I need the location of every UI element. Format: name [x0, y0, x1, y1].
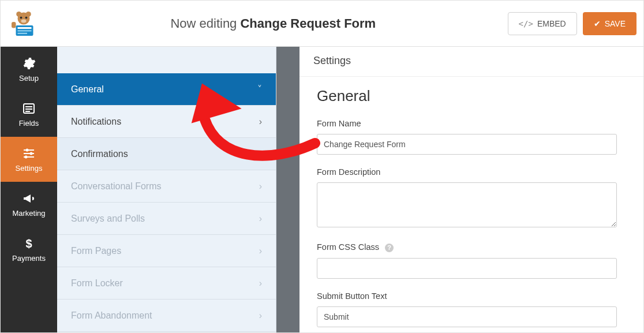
code-icon: </>	[519, 19, 533, 28]
chevron-right-icon: ›	[259, 181, 262, 192]
svg-text:$: $	[25, 237, 32, 250]
content-breadcrumb: Settings	[299, 47, 643, 77]
svg-point-16	[26, 148, 29, 151]
field-form-css-class: Form CSS Class ?	[317, 242, 626, 279]
app-logo	[9, 9, 39, 39]
form-name-input[interactable]	[317, 134, 617, 155]
nav-marketing[interactable]: Marketing	[1, 182, 57, 227]
chevron-right-icon: ›	[259, 149, 262, 159]
form-css-class-label: Form CSS Class ?	[317, 242, 626, 252]
submenu-surveys-polls[interactable]: Surveys and Polls ›	[57, 203, 276, 235]
submenu-label: Confirmations	[71, 149, 128, 159]
content-body: General Form Name Form Description Form …	[299, 77, 643, 333]
form-css-class-label-text: Form CSS Class	[317, 242, 379, 252]
list-icon	[22, 102, 36, 115]
app-header: Now editing Change Request Form </> EMBE…	[1, 1, 643, 47]
chevron-right-icon: ›	[259, 278, 262, 289]
submenu-label: Notifications	[71, 117, 121, 127]
nav-fields[interactable]: Fields	[1, 92, 57, 137]
dollar-icon: $	[22, 237, 36, 250]
bullhorn-icon	[22, 192, 36, 205]
submenu-form-pages[interactable]: Form Pages ›	[57, 235, 276, 267]
save-label: SAVE	[605, 19, 626, 28]
page-title: Now editing Change Request Form	[39, 16, 508, 31]
editing-prefix: Now editing	[170, 16, 237, 31]
svg-rect-8	[18, 30, 32, 31]
check-icon: ✔	[594, 19, 601, 28]
form-description-label: Form Description	[317, 167, 626, 177]
chevron-right-icon: ›	[259, 246, 262, 256]
submenu-label: Form Locker	[71, 278, 123, 289]
chevron-right-icon: ›	[259, 117, 262, 127]
submenu-notifications[interactable]: Notifications ›	[57, 106, 276, 138]
nav-setup[interactable]: Setup	[1, 47, 57, 92]
chevron-right-icon: ›	[259, 310, 262, 321]
svg-rect-10	[12, 22, 16, 28]
nav-label: Settings	[16, 164, 43, 173]
content-panel: Settings General Form Name Form Descript…	[299, 47, 643, 333]
field-submit-text: Submit Button Text	[317, 291, 626, 327]
gear-icon	[22, 57, 36, 70]
submenu-confirmations[interactable]: Confirmations ›	[57, 138, 276, 170]
submenu-general[interactable]: General ˅	[57, 73, 276, 106]
submenu-form-abandonment[interactable]: Form Abandonment ›	[57, 300, 276, 332]
submit-text-input[interactable]	[317, 306, 617, 327]
field-form-name: Form Name	[317, 119, 626, 155]
submenu-label: Form Abandonment	[71, 310, 152, 321]
submenu-label: Surveys and Polls	[71, 214, 145, 224]
leftnav: Setup Fields Settings Marketing $ Paymen…	[1, 47, 57, 333]
form-css-class-input[interactable]	[317, 258, 617, 279]
save-button[interactable]: ✔ SAVE	[583, 12, 636, 35]
form-name-label: Form Name	[317, 119, 626, 128]
form-name-title: Change Request Form	[240, 16, 376, 31]
embed-button[interactable]: </> EMBED	[508, 12, 577, 35]
nav-label: Fields	[19, 119, 39, 128]
field-form-description: Form Description	[317, 167, 626, 230]
svg-point-4	[25, 16, 28, 18]
nav-label: Marketing	[12, 209, 45, 218]
nav-label: Payments	[12, 254, 46, 263]
svg-point-5	[21, 19, 27, 23]
submenu-conversational-forms[interactable]: Conversational Forms ›	[57, 170, 276, 203]
section-title: General	[317, 87, 626, 105]
svg-rect-9	[18, 32, 28, 33]
svg-point-3	[20, 16, 23, 18]
sliders-icon	[22, 147, 36, 160]
form-description-input[interactable]	[317, 182, 617, 227]
panel-spacer	[276, 47, 299, 333]
submenu-spacer	[57, 47, 276, 73]
settings-submenu[interactable]: General ˅ Notifications › Confirmations …	[57, 47, 276, 333]
svg-rect-7	[18, 27, 32, 29]
nav-payments[interactable]: $ Payments	[1, 227, 57, 272]
help-icon[interactable]: ?	[385, 244, 394, 252]
submenu-form-locker[interactable]: Form Locker ›	[57, 267, 276, 300]
svg-point-20	[25, 155, 28, 158]
submenu-label: General	[71, 84, 104, 95]
submenu-label: Form Pages	[71, 246, 121, 256]
nav-settings[interactable]: Settings	[1, 137, 57, 182]
submit-text-label: Submit Button Text	[317, 291, 626, 301]
embed-label: EMBED	[537, 19, 566, 28]
body: Setup Fields Settings Marketing $ Paymen…	[1, 47, 643, 333]
submenu-label: Conversational Forms	[71, 181, 162, 192]
chevron-right-icon: ›	[259, 214, 262, 224]
nav-label: Setup	[19, 74, 39, 83]
chevron-down-icon: ˅	[257, 84, 262, 95]
svg-point-2	[26, 12, 31, 17]
svg-point-18	[30, 152, 33, 155]
svg-point-1	[16, 12, 21, 17]
